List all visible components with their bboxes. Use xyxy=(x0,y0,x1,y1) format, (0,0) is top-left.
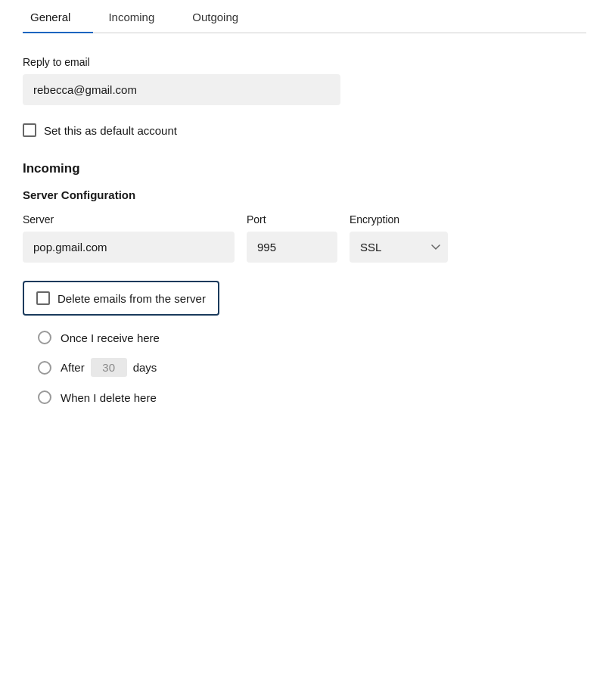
tab-incoming[interactable]: Incoming xyxy=(101,0,177,33)
incoming-heading: Incoming xyxy=(23,161,586,176)
reply-to-email-input[interactable] xyxy=(23,74,340,105)
reply-to-email-section: Reply to email xyxy=(23,56,586,105)
tab-outgoing[interactable]: Outgoing xyxy=(185,0,261,33)
server-col: Server xyxy=(23,213,235,263)
server-config-heading: Server Configuration xyxy=(23,188,586,201)
delete-options-list: Once I receive here After days When I de… xyxy=(23,331,586,404)
port-input[interactable] xyxy=(247,232,337,263)
radio-once-row: Once I receive here xyxy=(38,331,586,344)
default-account-label: Set this as default account xyxy=(44,124,177,137)
radio-after-label: After days xyxy=(61,358,157,377)
default-account-row: Set this as default account xyxy=(23,123,586,137)
tab-general[interactable]: General xyxy=(23,0,93,33)
default-account-checkbox[interactable] xyxy=(23,123,36,137)
encryption-select[interactable]: SSL TLS None xyxy=(350,232,448,263)
encryption-label: Encryption xyxy=(350,213,448,226)
encryption-col: Encryption SSL TLS None xyxy=(350,213,448,263)
reply-to-email-label: Reply to email xyxy=(23,56,586,68)
server-config-row: Server Port Encryption SSL TLS None xyxy=(23,213,586,263)
delete-emails-checkbox[interactable] xyxy=(36,291,50,305)
radio-once-label: Once I receive here xyxy=(61,331,160,344)
server-input[interactable] xyxy=(23,232,235,263)
radio-once[interactable] xyxy=(38,331,51,344)
radio-after[interactable] xyxy=(38,361,51,375)
tabs-bar: General Incoming Outgoing xyxy=(23,0,586,33)
radio-after-row: After days xyxy=(38,358,586,377)
radio-when-label: When I delete here xyxy=(61,391,157,404)
settings-container: General Incoming Outgoing Reply to email… xyxy=(0,0,609,434)
radio-when-row: When I delete here xyxy=(38,390,586,404)
delete-emails-label: Delete emails from the server xyxy=(57,292,206,305)
radio-when[interactable] xyxy=(38,390,51,404)
port-col: Port xyxy=(247,213,337,263)
server-label: Server xyxy=(23,213,235,226)
days-input[interactable] xyxy=(91,358,127,377)
port-label: Port xyxy=(247,213,337,226)
delete-emails-section[interactable]: Delete emails from the server xyxy=(23,281,219,316)
